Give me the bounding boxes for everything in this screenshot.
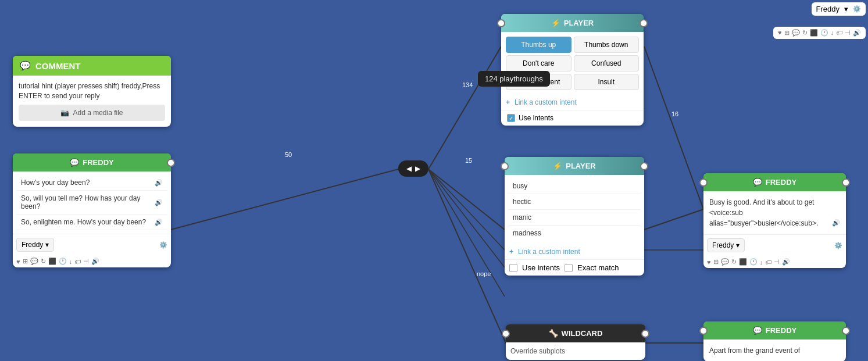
- freddy-row-text-2: So, enlighten me. How's your day been?: [21, 218, 146, 226]
- freddy-selector-right[interactable]: Freddy ▾: [707, 238, 745, 252]
- player-mid-left-connector: [501, 162, 509, 170]
- intent-item-manic: manic: [508, 210, 641, 226]
- speech-icon-left: 💬: [70, 158, 79, 167]
- lightning-icon-mid: ⚡: [553, 162, 562, 170]
- link-custom-intent-top[interactable]: + Link a custom intent: [501, 95, 644, 110]
- freddy-selector-left[interactable]: Freddy ▾: [16, 238, 54, 252]
- chevron-down-icon-tr: ▾: [844, 5, 848, 13]
- refresh-icon[interactable]: ↻: [41, 258, 46, 265]
- lightning-icon-top: ⚡: [551, 19, 560, 27]
- wildcard-header: 🦴 WILDCARD: [506, 324, 645, 342]
- player-label-top: PLAYER: [564, 19, 594, 27]
- nav-left-arrow: ◀: [406, 165, 412, 173]
- freddy-row-1: So, will you tell me? How has your day b…: [16, 191, 167, 215]
- tag-icon-tr[interactable]: 🏷: [836, 29, 842, 37]
- freddy-br-left-connector: [699, 327, 708, 335]
- player-node-mid: ⚡ PLAYER busy hectic manic madness + Lin…: [505, 157, 644, 276]
- chevron-down-icon: ▾: [45, 241, 49, 249]
- player-intent-list: busy hectic manic madness: [505, 175, 644, 244]
- branch-icon[interactable]: ⊣: [83, 258, 89, 265]
- freddy-label-right: FREDDY: [766, 178, 796, 187]
- audio-icon-1[interactable]: 🔊: [155, 199, 163, 206]
- svg-text:16: 16: [671, 110, 678, 117]
- player-top-right-connector: [640, 19, 648, 27]
- top-right-selector[interactable]: Freddy ▾ ⚙️: [812, 2, 866, 16]
- plus-icon-top: +: [506, 98, 510, 106]
- exact-match-checkbox[interactable]: [565, 264, 573, 272]
- audio-icon-right[interactable]: 🔊: [832, 218, 840, 228]
- audio-icon-0[interactable]: 🔊: [155, 179, 163, 187]
- plus-icon-mid: +: [509, 248, 513, 256]
- heart-icon-tr[interactable]: ♥: [778, 29, 782, 37]
- nav-right-arrow: ▶: [415, 165, 420, 173]
- player-label-mid: PLAYER: [566, 162, 596, 170]
- freddy-row-text-1: So, will you tell me? How has your day b…: [21, 194, 155, 210]
- audio-toolbar-icon[interactable]: 🔊: [91, 258, 99, 265]
- add-media-button[interactable]: 📷 Add a media file: [19, 105, 165, 121]
- gear-icon-tr[interactable]: ⚙️: [853, 5, 861, 13]
- player-mid-right-connector: [640, 162, 648, 170]
- svg-line-0: [171, 169, 398, 230]
- down-icon-tr[interactable]: ↓: [831, 29, 834, 37]
- freddy-header-right: 💬 FREDDY: [703, 173, 846, 191]
- branch-icon-r[interactable]: ⊣: [774, 258, 780, 266]
- intent-thumbs-up[interactable]: Thumbs up: [506, 37, 571, 53]
- use-intents-checkbox-top[interactable]: [507, 114, 515, 122]
- stop-icon-r[interactable]: ⬛: [739, 258, 747, 266]
- freddy-row-0: How's your day been? 🔊: [16, 175, 167, 191]
- heart-icon[interactable]: ♥: [16, 258, 20, 265]
- svg-line-3: [428, 169, 506, 343]
- chat-icon-tr[interactable]: 💬: [792, 29, 800, 37]
- tag-icon[interactable]: 🏷: [74, 258, 81, 265]
- chat-icon[interactable]: 💬: [30, 258, 38, 265]
- chat-icon-r[interactable]: 💬: [721, 258, 729, 266]
- freddy-right-left-connector: [699, 178, 708, 187]
- intent-dont-care[interactable]: Don't care: [506, 55, 571, 72]
- top-right-selector-label: Freddy: [816, 5, 840, 13]
- nav-center[interactable]: ◀ ▶: [398, 160, 428, 177]
- gear-icon-right[interactable]: ⚙️: [834, 242, 842, 249]
- branch-icon-tr[interactable]: ⊣: [845, 29, 851, 37]
- intent-insult[interactable]: Insult: [574, 74, 640, 90]
- player-header-top: ⚡ PLAYER: [501, 14, 644, 32]
- speech-icon-br: 💬: [753, 326, 762, 335]
- freddy-header-left: 💬 FREDDY: [13, 153, 171, 171]
- copy-icon-r[interactable]: ⊞: [713, 258, 719, 266]
- refresh-icon-r[interactable]: ↻: [731, 258, 737, 266]
- copy-icon[interactable]: ⊞: [23, 258, 28, 265]
- copy-icon-tr[interactable]: ⊞: [784, 29, 790, 37]
- link-custom-intent-mid[interactable]: + Link a custom intent: [505, 244, 644, 259]
- audio-toolbar-icon-r[interactable]: 🔊: [782, 258, 790, 266]
- chevron-down-icon-right: ▾: [736, 241, 740, 249]
- use-intents-checkbox-mid[interactable]: [509, 264, 517, 272]
- freddy-node-left: 💬 FREDDY How's your day been? 🔊 So, will…: [13, 153, 171, 267]
- freddy-row-2: So, enlighten me. How's your day been? 🔊: [16, 215, 167, 230]
- down-icon-r[interactable]: ↓: [760, 259, 763, 266]
- wildcard-node: 🦴 WILDCARD Override subplots: [506, 324, 645, 360]
- clock-icon[interactable]: 🕐: [59, 258, 67, 265]
- freddy-node-br: 💬 FREDDY Apart from the grand event of: [703, 321, 846, 361]
- stop-icon-tr[interactable]: ⬛: [810, 29, 818, 37]
- audio-icon-2[interactable]: 🔊: [155, 219, 163, 226]
- tag-icon-r[interactable]: 🏷: [765, 259, 771, 266]
- intent-item-busy: busy: [508, 178, 641, 194]
- svg-line-4: [644, 47, 703, 209]
- freddy-label-br: FREDDY: [766, 326, 796, 335]
- comment-text: tutorial hint (player presses shift) fre…: [19, 81, 165, 101]
- freddy-selector-label: Freddy: [22, 241, 43, 249]
- use-intents-row-top: Use intents: [501, 110, 644, 126]
- clock-icon-r[interactable]: 🕐: [749, 258, 758, 266]
- freddy-right-right-connector: [842, 178, 850, 187]
- audio-toolbar-icon-tr[interactable]: 🔊: [853, 29, 861, 37]
- intent-confused[interactable]: Confused: [574, 55, 640, 72]
- intent-thumbs-down[interactable]: Thumbs down: [574, 37, 640, 53]
- svg-line-2: [428, 169, 505, 230]
- svg-text:134: 134: [462, 81, 473, 88]
- stop-icon[interactable]: ⬛: [48, 258, 56, 265]
- clock-icon-tr[interactable]: 🕐: [820, 29, 828, 37]
- down-icon[interactable]: ↓: [69, 258, 73, 265]
- player-footer-mid: Use intents Exact match: [505, 259, 644, 276]
- refresh-icon-tr[interactable]: ↻: [802, 29, 808, 37]
- heart-icon-r[interactable]: ♥: [707, 259, 711, 266]
- gear-icon-left[interactable]: ⚙️: [159, 241, 167, 249]
